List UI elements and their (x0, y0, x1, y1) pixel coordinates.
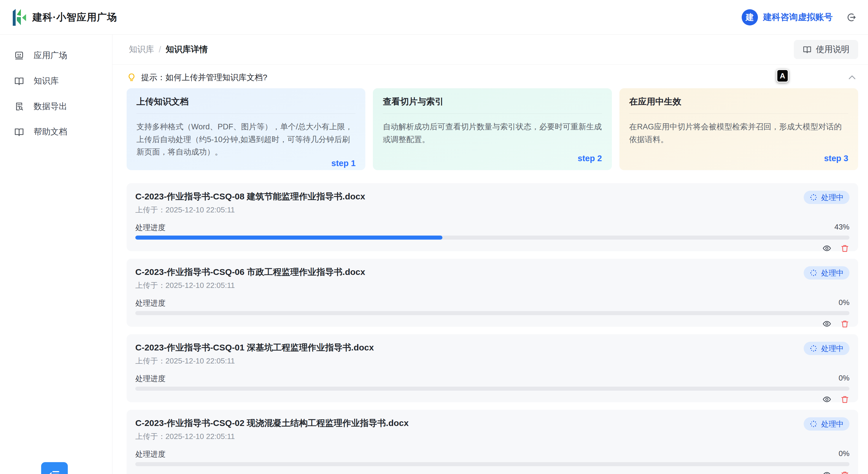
step-label: step 3 (824, 154, 848, 163)
breadcrumb-current: 知识库详情 (166, 44, 208, 55)
view-document-button[interactable] (822, 244, 832, 253)
document-name: C-2023-作业指导书-CSQ-02 现浇混凝土结构工程监理作业指导书.doc… (135, 417, 408, 429)
progress-percent: 0% (838, 449, 849, 459)
account-name[interactable]: 建科咨询虚拟账号 (763, 11, 833, 23)
delete-document-button[interactable] (840, 470, 849, 474)
breadcrumb: 知识库 / 知识库详情 (129, 44, 208, 55)
shortcut-badge-a: A (776, 69, 788, 82)
spinner-dots-icon (809, 193, 817, 201)
breadcrumb-separator: / (159, 45, 161, 55)
spinner-dots-icon (809, 269, 817, 277)
trash-icon (840, 470, 849, 474)
status-badge: 处理中 (804, 417, 849, 431)
step-card-body: 支持多种格式（Word、PDF、图片等），单个/总大小有上限，上传后自动处理（约… (136, 121, 355, 159)
spinner-dots-icon (809, 420, 817, 428)
app-window-icon (14, 50, 24, 61)
progress-bar (135, 311, 849, 315)
sidebar-item-label: 数据导出 (34, 101, 67, 112)
document-upload-time: 上传于：2025-12-10 22:05:11 (135, 356, 374, 366)
view-document-button[interactable] (822, 395, 832, 404)
sidebar: 应用广场 知识库 (0, 35, 113, 474)
progress-percent: 0% (838, 298, 849, 308)
view-document-button[interactable] (822, 470, 832, 474)
content: 提示：如何上传并管理知识库文档? A 上传知识文档 支持多种格式 (113, 65, 868, 474)
collapse-sidebar-fab[interactable] (41, 462, 68, 474)
step-card-title: 在应用中生效 (629, 96, 848, 114)
document-name: C-2023-作业指导书-CSQ-08 建筑节能监理作业指导书.docx (135, 191, 365, 203)
step-card-apply: 在应用中生效 在RAG应用中切片将会被模型检索并召回，形成大模型对话的依据语料。… (619, 88, 858, 170)
main-area: 知识库 / 知识库详情 使用说明 (113, 35, 868, 474)
step-card-upload: 上传知识文档 支持多种格式（Word、PDF、图片等），单个/总大小有上限，上传… (127, 88, 365, 170)
progress-percent: 0% (838, 374, 849, 384)
progress-bar (135, 236, 849, 240)
tip-row: 提示：如何上传并管理知识库文档? A (127, 69, 858, 86)
step-card-slices: 查看切片与索引 自动解析成功后可查看切片数量与索引状态，必要时可重新生成或调整配… (373, 88, 612, 170)
sidebar-item-label: 应用广场 (34, 50, 67, 61)
document-card: C-2023-作业指导书-CSQ-01 深基坑工程监理作业指导书.docx 上传… (127, 334, 858, 402)
brand: 建科·小智应用广场 (11, 8, 117, 27)
document-upload-time: 上传于：2025-12-10 22:05:11 (135, 205, 365, 215)
tip-text: 提示：如何上传并管理知识库文档? (141, 72, 268, 83)
step-label: step 2 (578, 154, 602, 163)
delete-document-button[interactable] (840, 319, 849, 329)
usage-guide-label: 使用说明 (816, 44, 849, 55)
sidebar-item-label: 帮助文档 (34, 126, 67, 138)
delete-document-button[interactable] (840, 395, 849, 404)
logout-icon[interactable] (846, 12, 857, 23)
document-search-icon (14, 101, 24, 112)
eye-icon (822, 319, 832, 329)
collapse-tips-button[interactable] (846, 71, 858, 83)
open-book-icon (14, 127, 24, 137)
breadcrumb-parent[interactable]: 知识库 (129, 44, 154, 55)
status-label: 处理中 (821, 419, 844, 429)
app-title: 建科·小智应用广场 (32, 11, 117, 24)
app-logo-icon (11, 8, 27, 27)
trash-icon (840, 395, 849, 404)
sidebar-item-app-plaza[interactable]: 应用广场 (0, 43, 112, 68)
progress-fill (135, 236, 442, 240)
status-label: 处理中 (821, 193, 844, 203)
step-card-title: 查看切片与索引 (383, 96, 602, 114)
status-label: 处理中 (821, 268, 844, 278)
step-label: step 1 (332, 159, 356, 168)
status-label: 处理中 (821, 343, 844, 353)
progress-label: 处理进度 (135, 374, 165, 384)
step-card-body: 在RAG应用中切片将会被模型检索并召回，形成大模型对话的依据语料。 (629, 121, 848, 146)
status-badge: 处理中 (804, 342, 849, 355)
trash-icon (840, 319, 849, 329)
sidebar-item-data-export[interactable]: 数据导出 (0, 94, 112, 119)
top-header: 建科·小智应用广场 建 建科咨询虚拟账号 (0, 0, 868, 35)
document-upload-time: 上传于：2025-12-10 22:05:11 (135, 280, 365, 291)
chevron-up-icon (847, 73, 857, 82)
eye-icon (822, 244, 832, 253)
document-card: C-2023-作业指导书-CSQ-06 市政工程监理作业指导书.docx 上传于… (127, 259, 858, 327)
step-card-title: 上传知识文档 (136, 96, 355, 114)
eye-icon (822, 395, 832, 404)
sidebar-item-label: 知识库 (34, 75, 59, 87)
document-upload-time: 上传于：2025-12-10 22:05:11 (135, 432, 408, 442)
collapse-menu-icon (48, 468, 61, 474)
document-name: C-2023-作业指导书-CSQ-06 市政工程监理作业指导书.docx (135, 266, 365, 278)
avatar[interactable]: 建 (742, 9, 758, 26)
page-head: 知识库 / 知识库详情 使用说明 (113, 35, 868, 65)
open-book-icon (803, 45, 812, 54)
delete-document-button[interactable] (840, 244, 849, 253)
sidebar-item-help-docs[interactable]: 帮助文档 (0, 119, 112, 145)
progress-percent: 43% (834, 223, 849, 233)
spinner-dots-icon (809, 344, 817, 352)
view-document-button[interactable] (822, 319, 832, 329)
document-card: C-2023-作业指导书-CSQ-02 现浇混凝土结构工程监理作业指导书.doc… (127, 410, 858, 474)
usage-guide-button[interactable]: 使用说明 (794, 40, 858, 59)
progress-bar (135, 462, 849, 466)
sidebar-item-knowledge-base[interactable]: 知识库 (0, 68, 112, 94)
page: 建科·小智应用广场 建 建科咨询虚拟账号 (0, 0, 868, 474)
eye-icon (822, 470, 832, 474)
status-badge: 处理中 (804, 191, 849, 204)
document-name: C-2023-作业指导书-CSQ-01 深基坑工程监理作业指导书.docx (135, 342, 374, 353)
step-card-body: 自动解析成功后可查看切片数量与索引状态，必要时可重新生成或调整配置。 (383, 121, 602, 146)
progress-label: 处理进度 (135, 223, 165, 233)
lightbulb-icon (127, 73, 136, 82)
progress-label: 处理进度 (135, 449, 165, 459)
progress-label: 处理进度 (135, 298, 165, 308)
status-badge: 处理中 (804, 266, 849, 279)
